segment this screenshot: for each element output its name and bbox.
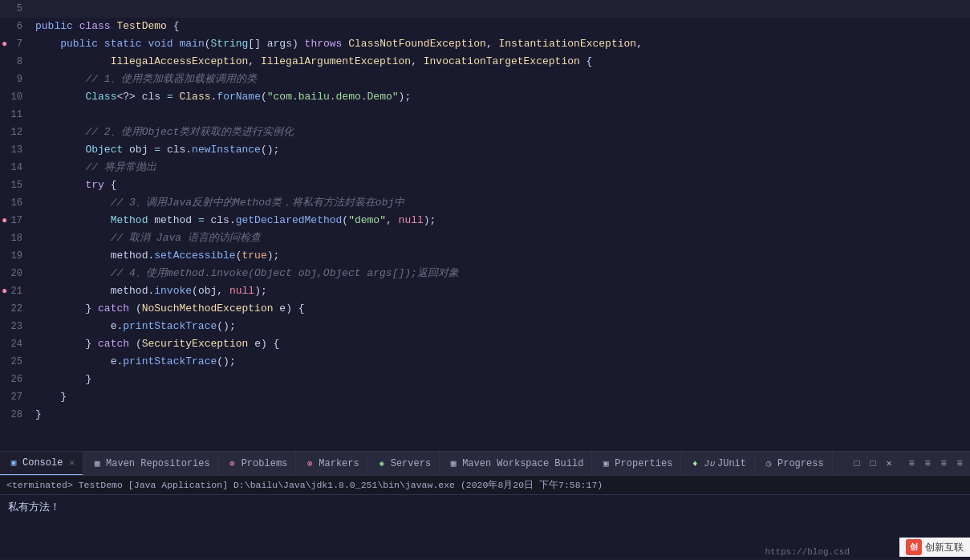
line-num-25: 25 (0, 353, 32, 371)
line-num-24: 24 (0, 335, 32, 353)
tab-problems[interactable]: ⊗ Problems (219, 452, 297, 476)
line-content-21: method.invoke(obj, null); (32, 282, 970, 300)
tab-progress[interactable]: ◷ Progress (755, 452, 833, 476)
minimize-icon[interactable]: □ (850, 457, 864, 471)
code-line-17: 17 Method method = cls.getDeclaredMethod… (0, 212, 970, 229)
tab-properties[interactable]: ▣ Properties (592, 452, 681, 476)
code-line-11: 11 (0, 106, 970, 124)
code-line-6: 6 public class TestDemo { (0, 18, 970, 35)
servers-icon: ◈ (376, 458, 388, 469)
watermark-logo-icon: 创 (906, 539, 922, 555)
line-content-14: // 将异常抛出 (32, 159, 970, 177)
progress-icon: ◷ (763, 458, 774, 469)
code-line-27: 27 } (0, 388, 970, 406)
line-content-19: method.setAccessible(true); (32, 247, 970, 265)
line-num-26: 26 (0, 371, 32, 388)
code-line-13: 13 Object obj = cls.newInstance(); (0, 141, 970, 159)
terminated-status: <terminated> TestDemo [Java Application]… (6, 479, 603, 491)
tab-maven-build[interactable]: ▦ Maven Workspace Build (440, 452, 592, 476)
maven-repos-label: Maven Repositories (106, 458, 210, 469)
code-line-8: 8 IllegalAccessException, IllegalArgumen… (0, 53, 970, 71)
line-content-6: public class TestDemo { (32, 18, 970, 35)
code-line-23: 23 e.printStackTrace(); (0, 318, 970, 335)
junit-label-text: JUnit (717, 458, 746, 469)
code-line-14: 14 // 将异常抛出 (0, 159, 970, 177)
line-content-13: Object obj = cls.newInstance(); (32, 141, 970, 159)
line-content-24: } catch (SecurityException e) { (32, 335, 970, 353)
code-line-21: 21 method.invoke(obj, null); (0, 282, 970, 300)
line-content-12: // 2、使用Object类对获取的类进行实例化 (32, 124, 970, 141)
code-line-16: 16 // 3、调用Java反射中的Method类，将私有方法封装在obj中 (0, 194, 970, 212)
line-num-28: 28 (0, 406, 32, 424)
line-content-15: try { (32, 177, 970, 194)
code-line-25: 25 e.printStackTrace(); (0, 353, 970, 371)
line-content-8: IllegalAccessException, IllegalArgumentE… (32, 53, 970, 71)
tab-maven-repos[interactable]: ▦ Maven Repositories (83, 452, 219, 476)
line-num-18: 18 (0, 229, 32, 247)
maven-build-icon: ▦ (448, 458, 459, 469)
problems-icon: ⊗ (227, 458, 238, 469)
console-tab-close[interactable]: ✕ (69, 457, 75, 468)
tab-junit[interactable]: ♦ Jᴜ JUnit (681, 452, 755, 476)
maximize-icon[interactable]: □ (866, 457, 880, 471)
code-line-24: 24 } catch (SecurityException e) { (0, 335, 970, 353)
line-num-14: 14 (0, 159, 32, 177)
code-line-20: 20 // 4、使用method.invoke(Object obj,Objec… (0, 265, 970, 282)
view-menu-icon2[interactable]: ≡ (920, 457, 935, 471)
line-num-19: 19 (0, 247, 32, 265)
line-num-9: 9 (0, 71, 32, 88)
tab-console[interactable]: ▣ Console ✕ (0, 452, 83, 476)
line-content-18: // 取消 Java 语言的访问检查 (32, 229, 970, 247)
watermark-banner: 创 创新互联 (899, 538, 970, 557)
code-line-5: 5 (0, 0, 970, 18)
markers-icon: ⊗ (304, 458, 315, 469)
line-num-7: 7 (0, 35, 32, 53)
code-line-7: 7 public static void main(String[] args)… (0, 35, 970, 53)
line-num-5: 5 (0, 0, 32, 18)
console-status-bar: <terminated> TestDemo [Java Application]… (0, 475, 970, 494)
code-line-10: 10 Class<?> cls = Class.forName("com.bai… (0, 88, 970, 106)
view-menu-icon4[interactable]: ≡ (952, 457, 967, 471)
code-line-12: 12 // 2、使用Object类对获取的类进行实例化 (0, 124, 970, 141)
code-line-22: 22 } catch (NoSuchMethodException e) { (0, 300, 970, 318)
line-content-23: e.printStackTrace(); (32, 318, 970, 335)
line-num-21: 21 (0, 282, 32, 300)
view-menu-icon3[interactable]: ≡ (936, 457, 951, 471)
maven-build-label: Maven Workspace Build (462, 458, 583, 469)
line-num-17: 17 (0, 212, 32, 229)
junit-icon: ♦ (689, 458, 700, 469)
junit-label: Jᴜ (704, 458, 714, 469)
line-num-6: 6 (0, 18, 32, 35)
line-content-10: Class<?> cls = Class.forName("com.bailu.… (32, 88, 970, 106)
maven-repos-icon: ▦ (91, 458, 103, 469)
line-num-20: 20 (0, 265, 32, 282)
line-num-22: 22 (0, 300, 32, 318)
url-display: https://blog.csd (765, 547, 850, 557)
close-view-icon[interactable]: ✕ (882, 457, 896, 471)
line-content-22: } catch (NoSuchMethodException e) { (32, 300, 970, 318)
tab-bar-actions: □ □ ✕ ≡ ≡ ≡ ≡ (850, 457, 970, 471)
line-content-9: // 1、使用类加载器加载被调用的类 (32, 71, 970, 88)
tab-servers[interactable]: ◈ Servers (368, 452, 440, 476)
properties-icon: ▣ (600, 458, 611, 469)
tab-markers[interactable]: ⊗ Markers (296, 452, 367, 476)
code-editor: 5 6 public class TestDemo { 7 public sta… (0, 0, 970, 451)
line-content-28: } (32, 406, 970, 424)
line-num-23: 23 (0, 318, 32, 335)
line-num-27: 27 (0, 388, 32, 406)
code-line-28: 28 } (0, 406, 970, 424)
bottom-tab-bar: ▣ Console ✕ ▦ Maven Repositories ⊗ Probl… (0, 451, 970, 475)
progress-label: Progress (777, 458, 824, 469)
line-content-25: e.printStackTrace(); (32, 353, 970, 371)
markers-label: Markers (319, 458, 359, 469)
line-num-8: 8 (0, 53, 32, 71)
code-line-15: 15 try { (0, 177, 970, 194)
view-menu-icon[interactable]: ≡ (904, 457, 919, 471)
console-tab-label: Console (22, 457, 63, 469)
line-num-15: 15 (0, 177, 32, 194)
servers-label: Servers (391, 458, 431, 469)
line-content-20: // 4、使用method.invoke(Object obj,Object a… (32, 265, 970, 282)
line-num-12: 12 (0, 124, 32, 141)
line-num-10: 10 (0, 88, 32, 106)
url-text: https://blog.csd (765, 547, 850, 557)
